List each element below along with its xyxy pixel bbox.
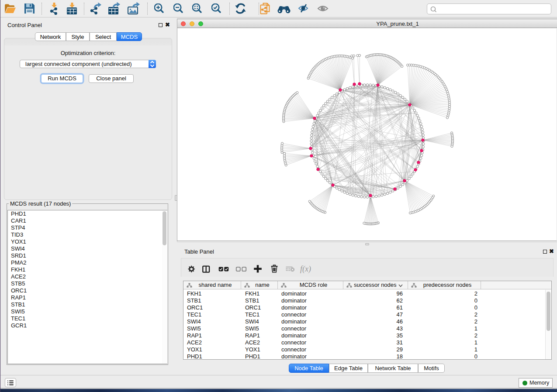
svg-text:f(x): f(x) [300,265,311,274]
